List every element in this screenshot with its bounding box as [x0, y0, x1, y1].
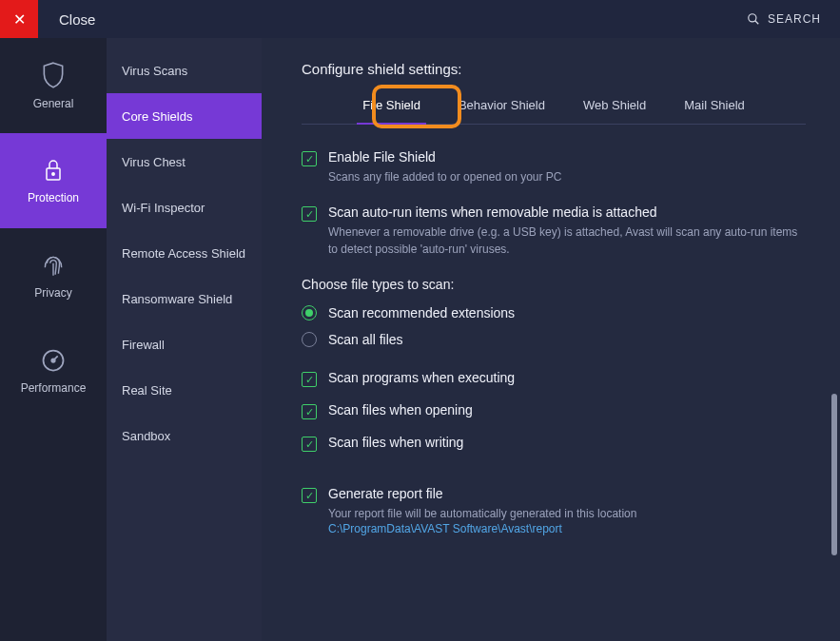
checkbox-scan-open[interactable] [302, 404, 317, 419]
setting-scan-autorun: Scan auto-run items when removable media… [302, 204, 806, 258]
label-radio-recommended: Scan recommended extensions [328, 305, 515, 320]
checkbox-enable-file-shield[interactable] [302, 151, 317, 166]
nav-label: Privacy [34, 286, 71, 300]
nav-item-protection[interactable]: Protection [0, 133, 107, 228]
label-scan-write: Scan files when writing [328, 435, 463, 452]
checkbox-scan-write[interactable] [302, 437, 317, 452]
fingerprint-icon [41, 252, 66, 279]
setting-scan-open: Scan files when opening [302, 402, 806, 419]
desc-generate-report: Your report file will be automatically g… [328, 505, 806, 522]
label-scan-exec: Scan programs when executing [328, 370, 515, 387]
nav-label: General [33, 97, 74, 110]
scrollbar-thumb[interactable] [831, 394, 837, 555]
nav-item-general[interactable]: General [0, 38, 107, 133]
app-window: ✕ Close SEARCH General Protection [0, 0, 840, 641]
radio-row-recommended[interactable]: Scan recommended extensions [302, 305, 806, 320]
subnav-item-remote-access-shield[interactable]: Remote Access Shield [107, 230, 262, 276]
search-label: SEARCH [768, 12, 821, 26]
subnav-item-real-site[interactable]: Real Site [107, 367, 262, 413]
subnav-item-ransomware-shield[interactable]: Ransomware Shield [107, 276, 262, 321]
shield-icon [41, 61, 66, 89]
nav-item-privacy[interactable]: Privacy [0, 228, 107, 323]
label-scan-open: Scan files when opening [328, 402, 473, 419]
subnav-item-sandbox[interactable]: Sandbox [107, 413, 262, 458]
lock-icon [42, 157, 65, 184]
svg-line-1 [755, 21, 759, 25]
subnav-item-virus-chest[interactable]: Virus Chest [107, 139, 262, 185]
nav-item-performance[interactable]: Performance [0, 323, 107, 418]
gauge-icon [40, 347, 67, 374]
nav-label: Performance [21, 381, 87, 395]
label-enable-file-shield: Enable File Shield [328, 149, 806, 165]
tab-web-shield[interactable]: Web Shield [577, 90, 652, 124]
shield-tabs: File Shield Behavior Shield Web Shield M… [302, 90, 806, 125]
subnav-item-firewall[interactable]: Firewall [107, 321, 262, 367]
page-heading: Configure shield settings: [302, 61, 806, 77]
report-path-link[interactable]: C:\ProgramData\AVAST Software\Avast\repo… [328, 522, 806, 535]
radio-scan-all-files[interactable] [302, 332, 317, 347]
setting-enable-file-shield: Enable File Shield Scans any file added … [302, 149, 806, 185]
svg-point-5 [51, 359, 55, 362]
svg-point-0 [749, 14, 756, 22]
close-label: Close [59, 11, 95, 28]
tab-file-shield[interactable]: File Shield [357, 90, 426, 124]
label-radio-all: Scan all files [328, 332, 403, 347]
label-scan-autorun: Scan auto-run items when removable media… [328, 204, 806, 220]
desc-scan-autorun: Whenever a removable drive (e.g. a USB k… [328, 223, 806, 258]
label-generate-report: Generate report file [328, 486, 806, 501]
svg-point-3 [52, 173, 54, 175]
body: General Protection Privacy Performance [0, 38, 840, 641]
desc-enable-file-shield: Scans any file added to or opened on you… [328, 168, 806, 185]
close-icon: ✕ [13, 10, 26, 29]
content-panel: Configure shield settings: File Shield B… [262, 38, 840, 641]
subnav: Virus Scans Core Shields Virus Chest Wi-… [107, 38, 262, 641]
titlebar: ✕ Close SEARCH [0, 0, 840, 38]
setting-generate-report: Generate report file Your report file wi… [302, 486, 806, 535]
subnav-item-core-shields[interactable]: Core Shields [107, 93, 262, 139]
search-button[interactable]: SEARCH [747, 12, 821, 26]
tab-mail-shield[interactable]: Mail Shield [678, 90, 751, 124]
radio-row-all[interactable]: Scan all files [302, 332, 806, 347]
radio-recommended-extensions[interactable] [302, 305, 317, 320]
checkbox-scan-autorun[interactable] [302, 206, 317, 222]
search-icon [747, 12, 760, 26]
heading-file-types: Choose file types to scan: [302, 277, 806, 292]
close-button[interactable]: ✕ [0, 0, 38, 38]
setting-scan-exec: Scan programs when executing [302, 370, 806, 387]
checkbox-generate-report[interactable] [302, 488, 317, 503]
tab-behavior-shield[interactable]: Behavior Shield [453, 90, 551, 124]
setting-scan-write: Scan files when writing [302, 435, 806, 452]
nav-label: Protection [28, 191, 79, 204]
subnav-item-wifi-inspector[interactable]: Wi-Fi Inspector [107, 185, 262, 230]
checkbox-scan-exec[interactable] [302, 372, 317, 387]
nav-rail: General Protection Privacy Performance [0, 38, 107, 641]
subnav-item-virus-scans[interactable]: Virus Scans [107, 48, 262, 93]
